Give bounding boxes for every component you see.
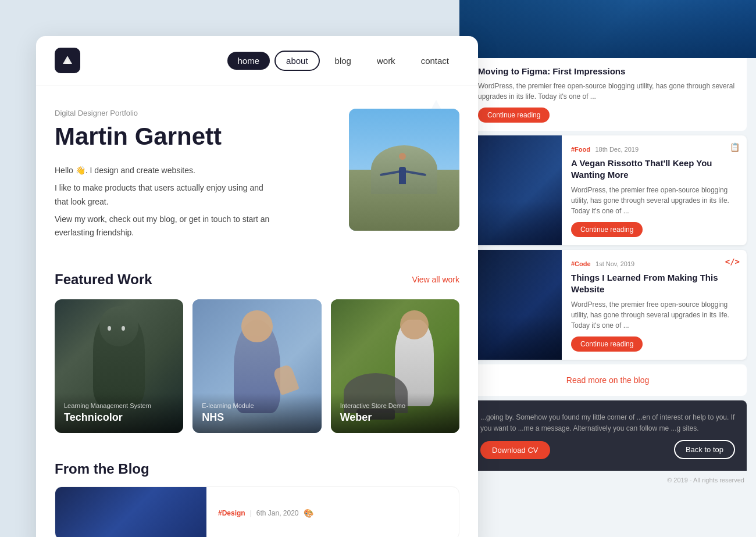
blog-preview-card[interactable]: #Design | 6th Jan, 2020 🎨 — [55, 486, 459, 537]
featured-work-title: Featured Work — [55, 271, 152, 288]
work-card-weber[interactable]: Interactive Store Demo Weber — [331, 299, 459, 433]
work-card-nhs-overlay: E-learning Module NHS — [192, 393, 321, 433]
blog-preview-tag: #Design — [218, 509, 245, 517]
nav-home[interactable]: home — [227, 52, 270, 70]
featured-work-header: Featured Work View all work — [55, 271, 459, 288]
blog-card-food-tag: #Food — [571, 146, 590, 153]
nav-blog[interactable]: blog — [324, 52, 362, 70]
top-article-image — [459, 0, 756, 58]
logo[interactable] — [55, 48, 80, 73]
download-cv-btn[interactable]: Download CV — [480, 441, 550, 459]
nav-contact[interactable]: contact — [411, 52, 459, 70]
navigation: home about blog work contact — [36, 36, 478, 85]
blog-card-food-excerpt: WordPress, the premier free open-source … — [571, 185, 737, 216]
hero-image-container — [343, 109, 459, 237]
blog-card-food-title: A Vegan Rissotto That'll Keep You Wantin… — [571, 157, 737, 180]
featured-work-section: Featured Work View all work Learning Man… — [36, 257, 478, 447]
main-card: home about blog work contact Digital Des… — [36, 36, 478, 537]
back-to-top-btn[interactable]: Back to top — [674, 440, 735, 459]
nav-work[interactable]: work — [366, 52, 406, 70]
hero-photo — [349, 109, 459, 231]
blog-preview-image — [55, 487, 206, 537]
blog-card-code-tag: #Code — [571, 260, 591, 267]
from-blog-title: From the Blog — [55, 461, 459, 477]
nav-links: home about blog work contact — [227, 51, 459, 71]
blog-card-code-image — [469, 250, 562, 360]
footer-copyright: © 2019 - All rights reserved — [459, 471, 756, 489]
work-card-weber-title: Weber — [340, 411, 450, 424]
hero-section: Digital Designer Portfolio Martin Garnet… — [36, 85, 478, 257]
blog-card-food: #Food 18th Dec, 2019 📋 A Vegan Rissotto … — [469, 135, 747, 245]
hero-subtitle: Digital Designer Portfolio — [55, 109, 331, 117]
hero-desc-line1: Hello 👋. I design and create websites. — [55, 164, 276, 178]
work-card-nhs-category: E-learning Module — [202, 402, 312, 409]
read-more-blog-section: Read more on the blog — [469, 364, 747, 396]
from-blog-section: From the Blog #Design | 6th Jan, 2020 🎨 — [36, 447, 478, 537]
work-card-technicolor[interactable]: Learning Management System Technicolor — [55, 299, 183, 433]
top-article-title: Moving to Figma: First Impressions — [478, 66, 737, 76]
work-card-nhs[interactable]: E-learning Module NHS — [192, 299, 321, 433]
blog-preview-date: 6th Jan, 2020 — [256, 509, 299, 517]
hero-desc-line3: View my work, check out my blog, or get … — [55, 213, 276, 241]
hero-text: Digital Designer Portfolio Martin Garnet… — [55, 109, 331, 240]
blog-preview-divider: | — [250, 509, 252, 517]
work-grid: Learning Management System Technicolor E… — [55, 299, 459, 433]
top-article-excerpt: WordPress, the premier free open-source … — [478, 81, 737, 102]
footer-text: ...going by. Somehow you found my little… — [480, 412, 735, 434]
work-card-weber-category: Interactive Store Demo — [340, 402, 450, 409]
hero-desc-line2: I like to make products that users actua… — [55, 181, 276, 209]
work-card-technicolor-title: Technicolor — [64, 411, 174, 424]
read-more-blog-link[interactable]: Read more on the blog — [566, 375, 649, 385]
hero-description: Hello 👋. I design and create websites. I… — [55, 164, 276, 240]
bookmark-icon: 📋 — [730, 142, 740, 152]
blog-card-code-content: #Code 1st Nov, 2019 </> Things I Learned… — [562, 250, 747, 360]
top-article-continue-btn[interactable]: Continue reading — [478, 108, 550, 123]
blog-card-code-date: 1st Nov, 2019 — [595, 260, 634, 267]
blog-card-food-content: #Food 18th Dec, 2019 📋 A Vegan Rissotto … — [562, 135, 747, 245]
logo-icon — [60, 55, 74, 66]
hero-name: Martin Garnett — [55, 123, 331, 150]
blog-card-code-continue-btn[interactable]: Continue reading — [571, 336, 643, 352]
nav-about[interactable]: about — [274, 51, 320, 71]
right-panel: Moving to Figma: First Impressions WordP… — [459, 0, 756, 537]
work-card-weber-overlay: Interactive Store Demo Weber — [331, 393, 459, 433]
view-all-work-link[interactable]: View all work — [412, 275, 459, 284]
blog-card-food-image — [469, 135, 562, 245]
palette-icon: 🎨 — [304, 509, 313, 518]
footer-panel: ...going by. Somehow you found my little… — [469, 400, 747, 471]
work-card-technicolor-category: Learning Management System — [64, 402, 174, 409]
blog-card-code-title: Things I Learned From Making This Websit… — [571, 272, 737, 295]
blog-card-code-excerpt: WordPress, the premier free open-source … — [571, 299, 737, 331]
work-card-nhs-title: NHS — [202, 411, 312, 424]
top-article-card: Moving to Figma: First Impressions WordP… — [469, 58, 747, 131]
code-icon: </> — [725, 257, 740, 266]
work-card-technicolor-overlay: Learning Management System Technicolor — [55, 393, 183, 433]
blog-card-code: #Code 1st Nov, 2019 </> Things I Learned… — [469, 250, 747, 360]
blog-preview-meta: #Design | 6th Jan, 2020 🎨 — [206, 487, 325, 537]
blog-card-food-date: 18th Dec, 2019 — [595, 146, 639, 153]
blog-card-food-continue-btn[interactable]: Continue reading — [571, 222, 643, 237]
